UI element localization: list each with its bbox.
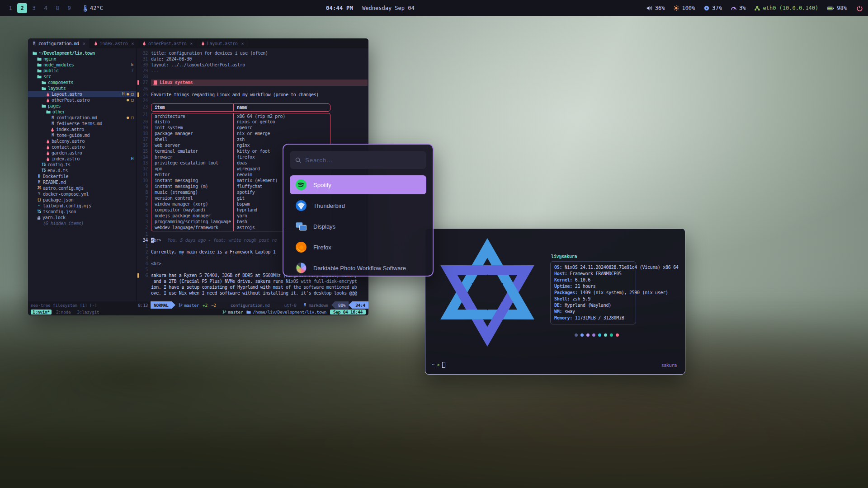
line-number: 26 [137, 86, 151, 92]
thunderbird-icon [295, 200, 307, 211]
editor-line: 17shellzsh [137, 136, 368, 142]
fetch-label: WM: [554, 309, 565, 314]
workspace-4[interactable]: 4 [41, 3, 51, 13]
table-cell: browser [151, 154, 234, 160]
tree-item-Layout.astro[interactable]: Layout.astroH ● □ [28, 91, 136, 97]
line-text: <br> [151, 261, 161, 267]
tree-item-fediverse-terms.md[interactable]: Mfediverse-terms.md [28, 121, 136, 127]
tree-item-Dockerfile[interactable]: DDockerfile [28, 174, 136, 179]
tmux-window-2:node[interactable]: 2:node [54, 310, 73, 314]
tree-item-yarn.lock[interactable]: yarn.lock [28, 215, 136, 221]
editor-line: 32title: configuration for devices i use… [137, 50, 368, 56]
tmux-window-3:lazygit[interactable]: 3:lazygit [75, 310, 101, 314]
tree-item-contact.astro[interactable]: contact.astro [28, 144, 136, 150]
md-icon: M [51, 132, 55, 138]
statusbar-module-volume[interactable]: 36% [646, 5, 665, 11]
tree-item-README.md[interactable]: MREADME.md [28, 179, 136, 185]
clock-module[interactable]: 04:44 PM Wednesday Sep 04 [326, 5, 415, 11]
tree-item-tailwind.config.mjs[interactable]: ~tailwind.config.mjs [28, 203, 136, 209]
tree-item-otherPost.astro[interactable]: otherPost.astro● □ [28, 97, 136, 103]
network-value: eth0 (10.0.0.140) [763, 5, 818, 11]
launcher-app-Displays[interactable]: Displays [290, 217, 426, 236]
tree-item-node_modules[interactable]: node_modulesE [28, 62, 136, 68]
launcher-search[interactable] [290, 151, 426, 169]
tree-item-badge: ● □ [127, 115, 133, 121]
tree-item-configuration.md[interactable]: Mconfiguration.md● □ [28, 115, 136, 121]
statusbar-module-disk[interactable]: 37% [704, 5, 722, 11]
workspace-9[interactable]: 9 [64, 3, 74, 13]
line-number: 17 [137, 136, 151, 142]
tree-item-label: public [43, 68, 59, 74]
tree-root[interactable]: ~/Development/liv.town [28, 50, 136, 56]
tree-item-index.astro[interactable]: index.astro [28, 127, 136, 132]
editor-line: 29--- [137, 68, 368, 74]
gutter-sign [137, 273, 139, 278]
launcher-app-Firefox[interactable]: Firefox [290, 238, 426, 257]
tab-index.astro[interactable]: index.astro× [90, 38, 138, 48]
tree-item-other[interactable]: other [28, 109, 136, 115]
tree-item-package.json[interactable]: {}package.json [28, 197, 136, 203]
app-launcher: SpotifyThunderbirdDisplaysFirefoxDarktab… [283, 144, 434, 277]
tree-item-index.astro[interactable]: index.astroH [28, 156, 136, 162]
close-icon[interactable]: × [241, 41, 244, 46]
close-icon[interactable]: × [83, 41, 85, 46]
folder-icon [37, 57, 42, 61]
tree-item-nginx[interactable]: nginx [28, 56, 136, 62]
tab-configuration.md[interactable]: Mconfiguration.md× [28, 38, 90, 48]
tree-item-pages[interactable]: pages [28, 103, 136, 109]
line-number: 3 [137, 255, 151, 261]
table-cell: doas [234, 160, 247, 166]
workspace-8[interactable]: 8 [52, 3, 62, 13]
statusline-cursor-position: 34:4 [352, 301, 368, 309]
astro-icon [46, 151, 50, 155]
statusbar-module-cpu[interactable]: 3% [731, 5, 745, 11]
tree-item-src[interactable]: src [28, 74, 136, 80]
statusbar-module-network[interactable]: eth0 (10.0.0.140) [755, 5, 818, 11]
fetch-line-Uptime: Uptime: 21 hours [554, 283, 632, 290]
tree-item-env.d.ts[interactable]: TSenv.d.ts [28, 168, 136, 174]
tree-item-(6 hidden items)[interactable]: (6 hidden items) [28, 221, 136, 226]
launcher-app-Spotify[interactable]: Spotify [290, 175, 426, 194]
table-row: init systemopenrc [151, 125, 330, 131]
editor-cursor: < [151, 238, 154, 243]
statusbar-module-battery[interactable]: 98% [827, 5, 847, 11]
tree-item-config.ts[interactable]: TSconfig.ts [28, 162, 136, 168]
tree-item-balcony.astro[interactable]: balcony.astro [28, 138, 136, 144]
shell-prompt[interactable]: ~ > [432, 362, 445, 368]
close-icon[interactable]: × [190, 41, 193, 46]
astro-icon [46, 92, 50, 97]
line-number [137, 278, 151, 284]
tree-item-tone-guide.md[interactable]: Mtone-guide.md [28, 132, 136, 138]
table-cell: spotify [234, 189, 255, 195]
workspace-1[interactable]: 1 [5, 3, 15, 13]
tree-item-public[interactable]: public? [28, 68, 136, 74]
fetch-value: 11731MiB / 31280MiB [575, 315, 624, 320]
launcher-app-label: Spotify [313, 182, 331, 188]
line-text: layout: ../../layouts/otherPost.astro [151, 62, 245, 68]
close-icon[interactable]: × [131, 41, 134, 46]
table-cell: instant messaging [151, 178, 234, 183]
statusbar-module-temperature[interactable]: 42°C [83, 5, 103, 12]
tree-item-tsconfig.json[interactable]: TStsconfig.json [28, 209, 136, 215]
statusbar-module-brightness[interactable]: 100% [674, 5, 695, 11]
search-input[interactable] [305, 157, 421, 164]
astro-icon [46, 139, 50, 144]
line-text: title: configuration for devices i use (… [151, 50, 268, 56]
tmux-window-1:nvim*[interactable]: 1:nvim* [31, 310, 52, 314]
tree-item-layouts[interactable]: layouts [28, 85, 136, 91]
tree-item-docker-compose.yml[interactable]: Ydocker-compose.yml [28, 191, 136, 197]
power-button[interactable] [857, 5, 863, 11]
tree-item-garden.astro[interactable]: garden.astro [28, 150, 136, 156]
line-number: 4 [137, 261, 151, 267]
launcher-app-Darktable Photo Workflow Software[interactable]: Darktable Photo Workflow Software [290, 258, 426, 277]
workspace-3[interactable]: 3 [29, 3, 39, 13]
tree-item-components[interactable]: components [28, 80, 136, 85]
workspace-2[interactable]: 2 [17, 3, 27, 13]
tab-Layout.astro[interactable]: Layout.astro× [197, 38, 248, 48]
line-number: 18 [137, 131, 151, 136]
tree-item-astro.config.mjs[interactable]: JSastro.config.mjs [28, 185, 136, 191]
launcher-app-Thunderbird[interactable]: Thunderbird [290, 196, 426, 215]
terminal-window[interactable]: liv@sakura OS: NixOS 24.11.20240828.71e9… [425, 228, 685, 375]
tab-otherPost.astro[interactable]: otherPost.astro× [138, 38, 197, 48]
line-number: 10 [137, 178, 151, 183]
